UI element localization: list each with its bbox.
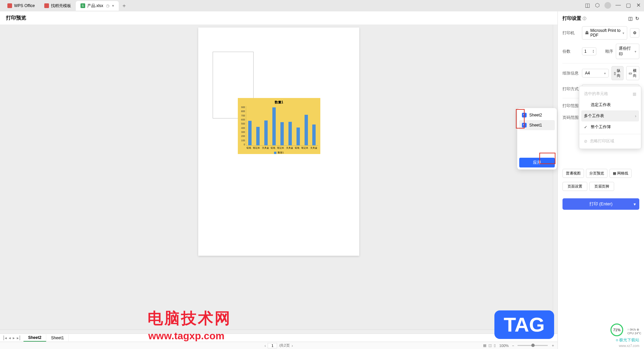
window-controls: ◫ ⬡ ― ▢ ✕ <box>584 2 641 9</box>
xlsx-icon: S <box>80 3 85 8</box>
tab-wps[interactable]: WPS Office <box>3 1 40 10</box>
tab-label: WPS Office <box>14 3 35 8</box>
tab-history-icon[interactable]: ◷ <box>106 3 109 8</box>
close-button[interactable]: ✕ <box>635 2 641 8</box>
refresh-icon[interactable]: ↻ <box>635 16 639 21</box>
wps-icon <box>7 3 12 8</box>
title-row: 打印预览 ⎘ 退出预览 <box>0 11 644 25</box>
tab-menu-icon[interactable]: ▾ <box>112 3 114 8</box>
maximize-button[interactable]: ▢ <box>625 2 631 8</box>
minimize-button[interactable]: ― <box>615 2 621 8</box>
add-tab-button[interactable]: ＋ <box>121 2 127 9</box>
tab-bar: WPS Office 找稻壳模板 S 产品.xlsx ◷ ▾ ＋ ◫ ⬡ ― ▢… <box>0 0 644 11</box>
page-title: 打印预览 <box>6 15 26 21</box>
layout-icon[interactable]: ◫ <box>584 2 590 8</box>
cube-icon[interactable]: ⬡ <box>594 2 600 8</box>
avatar[interactable] <box>604 2 611 9</box>
tab-template[interactable]: 找稻壳模板 <box>40 1 76 11</box>
layout-icon[interactable]: ◫ <box>628 16 633 21</box>
panel-title: 打印设置 ⓘ ◫ ↻ <box>562 15 639 21</box>
print-settings-panel: 打印设置 ⓘ ◫ ↻ 打印机 🖶Microsoft Print to PDF ▾… <box>557 11 644 25</box>
tab-file[interactable]: S 产品.xlsx ◷ ▾ <box>76 1 119 11</box>
tab-label: 找稻壳模板 <box>51 3 71 9</box>
tab-label: 产品.xlsx <box>87 3 103 9</box>
help-icon[interactable]: ⓘ <box>583 16 586 21</box>
template-icon <box>44 3 49 8</box>
